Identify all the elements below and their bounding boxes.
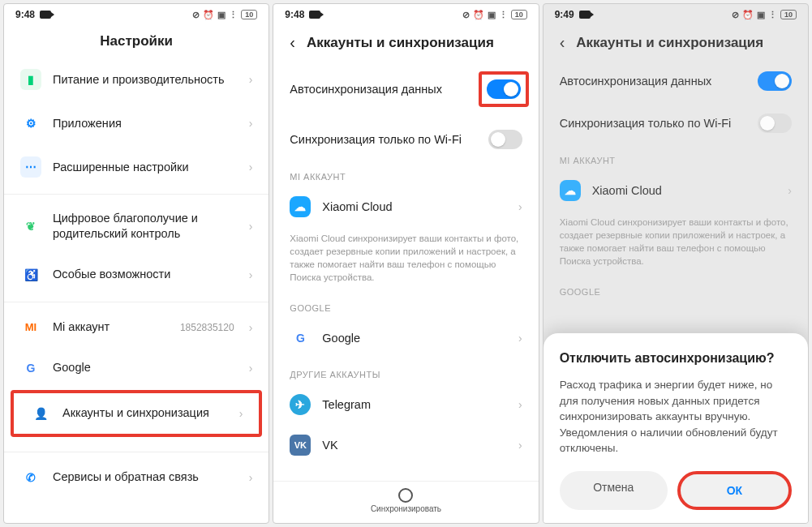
back-button[interactable]: ‹ xyxy=(290,33,295,52)
section-header-google: GOOGLE xyxy=(273,292,538,318)
chevron-right-icon: › xyxy=(518,332,522,345)
item-label: Расширенные настройки xyxy=(53,160,238,175)
item-label: Аккаунты и синхронизация xyxy=(62,405,228,421)
battery-icon: 10 xyxy=(780,10,797,19)
divider xyxy=(4,452,269,452)
battery-icon: 10 xyxy=(241,10,257,19)
item-label: Google xyxy=(322,331,507,346)
dnd-icon: ⊘ xyxy=(462,10,470,20)
settings-item-power[interactable]: ▮ Питание и производительность › xyxy=(4,58,269,101)
wellbeing-icon: ❦ xyxy=(20,216,41,237)
status-bar: 9:48 ⊘ ⏰ ▣ ⋮ 10 xyxy=(4,4,269,22)
cloud-icon: ☁ xyxy=(560,180,581,201)
battery-icon: ▮ xyxy=(20,69,41,90)
google-account-item[interactable]: G Google › xyxy=(273,318,538,358)
screen-settings: 9:48 ⊘ ⏰ ▣ ⋮ 10 Настройки ▮ Питание и пр… xyxy=(3,3,269,524)
autosync-toggle[interactable] xyxy=(487,79,521,99)
settings-item-wellbeing[interactable]: ❦ Цифровое благополучие и родительский к… xyxy=(4,199,269,253)
chevron-right-icon: › xyxy=(518,200,522,213)
modal-actions: Отмена ОК xyxy=(560,471,792,510)
section-header-mi: MI АККАУНТ xyxy=(273,161,538,186)
sync-content: Автосинхронизация данных Синхронизация т… xyxy=(273,60,538,481)
settings-item-apps[interactable]: ⚙ Приложения › xyxy=(4,101,269,145)
wifi-only-toggle-row[interactable]: Синхронизация только по Wi-Fi xyxy=(273,118,538,161)
settings-item-accounts-sync[interactable]: 👤 Аккаунты и синхронизация › xyxy=(11,390,262,437)
battery-icon: 10 xyxy=(511,10,527,19)
person-icon: 👤 xyxy=(30,403,51,424)
accessibility-icon: ♿ xyxy=(20,264,41,285)
item-label: Сервисы и обратная связь xyxy=(53,469,238,485)
chevron-right-icon: › xyxy=(518,398,522,411)
item-label: Google xyxy=(53,360,238,375)
chevron-right-icon: › xyxy=(518,439,522,452)
video-icon xyxy=(40,11,51,19)
autosync-toggle-row: Автосинхронизация данных xyxy=(543,60,808,102)
video-icon xyxy=(579,11,591,19)
cancel-button[interactable]: Отмена xyxy=(560,471,668,510)
toggle-label: Синхронизация только по Wi-Fi xyxy=(560,117,732,130)
screen-accounts-sync-dialog: 9:49 ⊘ ⏰ ▣ ⋮ 10 ‹ Аккаунты и синхронизац… xyxy=(543,3,809,524)
footer-label: Синхронизировать xyxy=(371,504,441,513)
cast-icon: ▣ xyxy=(757,10,765,20)
status-time: 9:49 xyxy=(555,9,574,20)
status-time: 9:48 xyxy=(285,9,304,20)
item-label: Приложения xyxy=(53,116,238,131)
autosync-toggle xyxy=(758,71,792,91)
chevron-right-icon: › xyxy=(249,362,253,375)
dots-icon: ⋯ xyxy=(20,156,41,178)
wifi-icon: ⋮ xyxy=(229,10,238,20)
google-icon: G xyxy=(290,328,311,349)
mi-icon: MI xyxy=(20,317,41,338)
sync-icon xyxy=(398,488,413,503)
vk-icon: VK xyxy=(290,435,311,456)
item-label: Особые возможности xyxy=(53,267,238,282)
ok-button[interactable]: ОК xyxy=(677,471,792,510)
settings-item-feedback[interactable]: ✆ Сервисы и обратная связь › xyxy=(4,457,269,498)
divider xyxy=(4,194,269,195)
chevron-right-icon: › xyxy=(249,220,253,233)
chevron-right-icon: › xyxy=(249,268,253,281)
toggle-label: Синхронизация только по Wi-Fi xyxy=(290,133,462,146)
wifi-icon: ⋮ xyxy=(768,10,777,20)
chevron-right-icon: › xyxy=(788,184,792,197)
xiaomi-cloud-item: ☁ Xiaomi Cloud › xyxy=(543,170,808,211)
gear-icon: ⚙ xyxy=(20,113,41,134)
dnd-icon: ⊘ xyxy=(192,10,200,20)
xiaomi-cloud-item[interactable]: ☁ Xiaomi Cloud › xyxy=(273,186,538,227)
toggle-label: Автосинхронизация данных xyxy=(560,75,712,88)
page-title: Аккаунты и синхронизация xyxy=(307,35,494,51)
telegram-account-item[interactable]: ✈ Telegram › xyxy=(273,384,538,425)
alarm-icon: ⏰ xyxy=(473,10,484,20)
cloud-description: Xiaomi Cloud синхронизирует ваши контакт… xyxy=(273,227,538,292)
settings-item-mi-account[interactable]: MI Mi аккаунт 1852835120 › xyxy=(4,307,269,348)
video-icon xyxy=(309,11,320,19)
chevron-right-icon: › xyxy=(249,73,253,86)
toggle-label: Автосинхронизация данных xyxy=(290,83,442,96)
cloud-icon: ☁ xyxy=(290,196,311,217)
wifi-only-toggle[interactable] xyxy=(488,130,522,149)
chevron-right-icon: › xyxy=(249,321,253,334)
autosync-toggle-row[interactable]: Автосинхронизация данных xyxy=(273,60,538,118)
wifi-only-toggle-row: Синхронизация только по Wi-Fi xyxy=(543,102,808,144)
vk-account-item[interactable]: VK VK › xyxy=(273,425,538,459)
divider xyxy=(4,302,269,302)
status-bar: 9:48 ⊘ ⏰ ▣ ⋮ 10 xyxy=(273,4,538,22)
status-bar: 9:49 ⊘ ⏰ ▣ ⋮ 10 xyxy=(543,4,808,22)
status-icons: ⊘ ⏰ ▣ ⋮ 10 xyxy=(462,10,527,20)
cloud-description: Xiaomi Cloud синхронизирует ваши контакт… xyxy=(543,211,808,276)
status-icons: ⊘ ⏰ ▣ ⋮ 10 xyxy=(732,10,797,20)
chevron-right-icon: › xyxy=(239,407,243,420)
settings-item-accessibility[interactable]: ♿ Особые возможности › xyxy=(4,253,269,297)
cast-icon: ▣ xyxy=(488,10,496,20)
section-header-google: GOOGLE xyxy=(543,276,808,302)
sync-footer[interactable]: Синхронизировать xyxy=(273,481,538,523)
item-label: Xiaomi Cloud xyxy=(322,199,507,215)
settings-item-advanced[interactable]: ⋯ Расширенные настройки › xyxy=(4,145,269,189)
item-label: Цифровое благополучие и родительский кон… xyxy=(53,211,238,242)
settings-item-google[interactable]: G Google › xyxy=(4,348,269,388)
chevron-right-icon: › xyxy=(249,471,253,484)
header: Настройки xyxy=(4,22,269,58)
back-button[interactable]: ‹ xyxy=(560,33,565,52)
section-header-mi: MI АККАУНТ xyxy=(543,144,808,170)
cast-icon: ▣ xyxy=(217,10,226,20)
